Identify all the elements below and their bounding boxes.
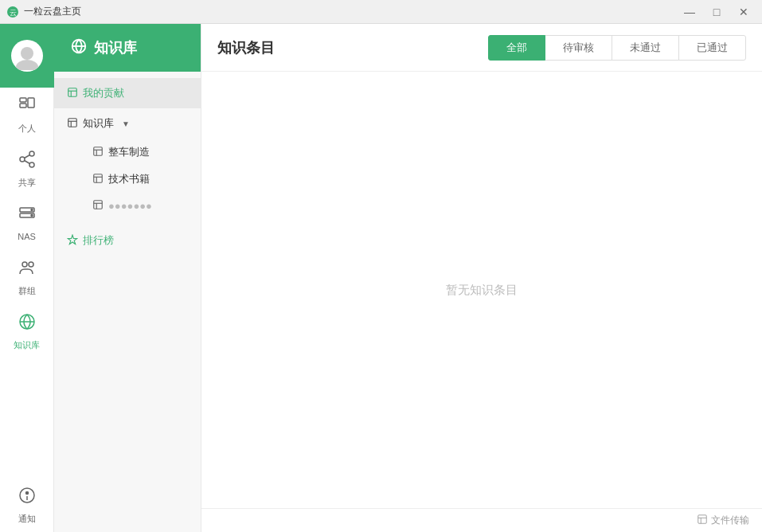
svg-point-7: [20, 157, 25, 162]
tab-rejected[interactable]: 未通过: [612, 35, 679, 61]
svg-point-15: [31, 215, 33, 217]
sidebar-item-knowledge[interactable]: 知识库: [0, 304, 54, 358]
knowledge-arrow-icon: ▼: [122, 119, 130, 128]
contribution-icon: [67, 87, 78, 100]
sidebar-knowledge-section[interactable]: 知识库 ▼: [54, 108, 201, 139]
jishu-icon: [92, 173, 104, 186]
knowledge-label: 知识库: [14, 339, 40, 351]
sidebar-item-notify[interactable]: 通知: [0, 478, 54, 532]
svg-rect-31: [94, 147, 103, 155]
ranking-icon: [67, 234, 78, 248]
file-transfer-label[interactable]: 文件传输: [711, 514, 749, 527]
minimize-button[interactable]: —: [678, 4, 701, 20]
share-icon: [18, 150, 37, 174]
ranking-label: 排行榜: [83, 233, 114, 248]
zhengche-icon: [92, 146, 104, 159]
svg-point-20: [20, 488, 34, 503]
svg-point-8: [29, 151, 34, 156]
svg-rect-28: [68, 118, 77, 127]
svg-point-14: [31, 209, 33, 211]
personal-icon: [18, 96, 37, 119]
sidebar: 知识库 我的贡献: [54, 24, 201, 532]
app-body: 个人 共享: [0, 24, 762, 532]
main-content: 知识条目 全部 待审核 未通过 已通过 暂无知识条目 文件传输: [201, 24, 762, 532]
app-title: 一粒云盘主页: [24, 5, 678, 18]
notify-label: 通知: [18, 513, 36, 525]
svg-point-17: [29, 262, 33, 267]
svg-point-2: [21, 47, 33, 60]
svg-text:云: 云: [10, 9, 17, 17]
nas-label: NAS: [18, 232, 36, 241]
avatar-image: [11, 40, 43, 72]
sidebar-sub-items: 整车制造 技术书籍: [54, 139, 201, 219]
maximize-button[interactable]: □: [705, 4, 729, 20]
group-icon: [18, 258, 37, 282]
sidebar-navigation: 我的贡献 知识库 ▼: [54, 72, 201, 532]
tab-pending[interactable]: 待审核: [545, 35, 612, 61]
knowledge-icon: [18, 312, 37, 336]
knowledge-section-icon: [67, 117, 78, 131]
svg-rect-37: [94, 201, 103, 209]
tab-group: 全部 待审核 未通过 已通过: [489, 35, 746, 61]
group-label: 群组: [18, 285, 36, 297]
svg-rect-40: [698, 515, 707, 524]
sidebar-item-personal[interactable]: 个人: [0, 88, 54, 142]
sidebar-my-contribution[interactable]: 我的贡献: [54, 78, 201, 108]
jishu-label: 技术书籍: [108, 172, 150, 186]
empty-text: 暂无知识条目: [446, 283, 518, 298]
svg-rect-5: [20, 104, 26, 108]
sidebar-header-icon: [70, 37, 88, 59]
share-label: 共享: [18, 177, 36, 189]
app-icon: 云: [6, 6, 19, 18]
main-header: 知识条目 全部 待审核 未通过 已通过: [201, 24, 762, 72]
other-icon: [92, 199, 104, 213]
svg-point-21: [25, 491, 28, 494]
sidebar-ranking[interactable]: 排行榜: [54, 225, 201, 256]
svg-rect-34: [94, 174, 103, 182]
contribution-label: 我的贡献: [83, 86, 124, 100]
main-footer: 文件传输: [201, 508, 762, 532]
nas-icon: [18, 205, 37, 229]
svg-line-10: [24, 155, 29, 158]
file-transfer-icon: [697, 514, 708, 527]
sidebar-header-title: 知识库: [94, 38, 137, 57]
notify-icon: [18, 486, 37, 510]
knowledge-section-label: 知识库: [83, 116, 114, 131]
window-controls: — □ ✕: [678, 4, 756, 20]
titlebar: 云 一粒云盘主页 — □ ✕: [0, 0, 762, 24]
svg-point-3: [16, 60, 38, 70]
svg-rect-4: [20, 98, 26, 102]
sidebar-item-group[interactable]: 群组: [0, 250, 54, 304]
personal-label: 个人: [18, 123, 36, 135]
page-title: 知识条目: [217, 38, 275, 57]
zhengche-label: 整车制造: [108, 145, 150, 159]
sidebar-sub-jishu[interactable]: 技术书籍: [80, 166, 201, 193]
svg-point-9: [29, 162, 34, 167]
tab-all[interactable]: 全部: [488, 35, 545, 61]
nav-avatar[interactable]: [0, 24, 54, 88]
other-label: ●●●●●●●: [108, 200, 152, 212]
sidebar-header: 知识库: [54, 24, 201, 72]
sidebar-sub-other[interactable]: ●●●●●●●: [80, 193, 201, 219]
sidebar-sub-zhengche[interactable]: 整车制造: [80, 139, 201, 166]
main-body: 暂无知识条目: [201, 72, 762, 508]
svg-rect-25: [68, 88, 77, 96]
sidebar-item-share[interactable]: 共享: [0, 142, 54, 196]
close-button[interactable]: ✕: [732, 4, 756, 20]
svg-line-11: [24, 160, 29, 163]
svg-point-16: [22, 262, 27, 267]
nav-rail: 个人 共享: [0, 24, 54, 532]
tab-approved[interactable]: 已通过: [678, 35, 746, 61]
svg-rect-6: [28, 98, 34, 108]
sidebar-item-nas[interactable]: NAS: [0, 196, 54, 250]
